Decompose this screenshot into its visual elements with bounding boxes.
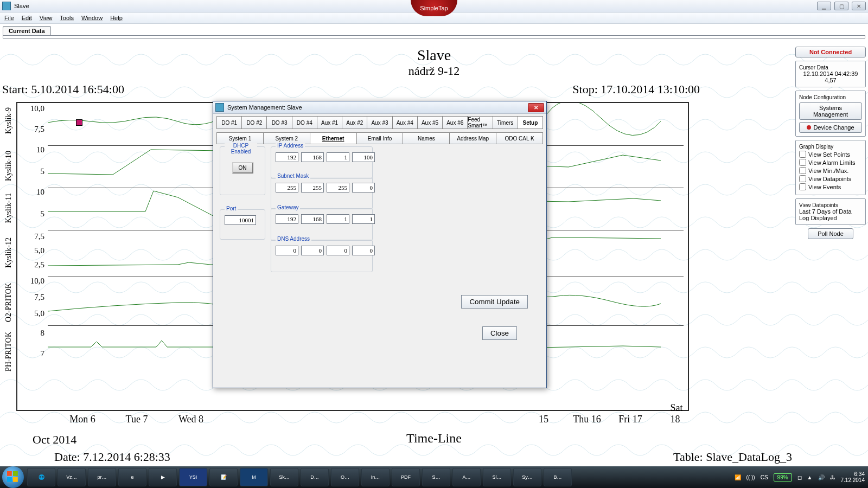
task-skype[interactable]: Sk…: [270, 468, 298, 486]
tab-emailinfo[interactable]: Email Info: [356, 132, 403, 144]
right-column: Not Connected Cursor Data 12.10.2014 04:…: [795, 47, 866, 239]
task-ysi-a[interactable]: A…: [452, 468, 481, 486]
minimize-button[interactable]: ▁: [817, 2, 831, 10]
task-pdf[interactable]: PDF: [392, 468, 420, 486]
tab-current-data[interactable]: Current Data: [3, 26, 51, 35]
svg-rect-1: [13, 471, 18, 476]
device-change-button[interactable]: Device Change: [799, 122, 862, 133]
maximize-button[interactable]: ▢: [834, 2, 848, 10]
dns-label: DNS Address: [276, 236, 311, 242]
task-d[interactable]: D…: [301, 468, 329, 486]
gw-1[interactable]: [301, 214, 324, 224]
port-input[interactable]: [225, 215, 256, 225]
cb-min-max[interactable]: View Min./Max.: [799, 167, 862, 174]
task-folder-1[interactable]: Vz…: [58, 468, 86, 486]
poll-node-button[interactable]: Poll Node: [808, 228, 853, 239]
cb-datapoints[interactable]: View Datapoints: [799, 175, 862, 182]
task-notes[interactable]: 📝: [209, 468, 238, 486]
sm-2[interactable]: [327, 183, 349, 192]
ip-0[interactable]: [276, 152, 298, 162]
menu-edit[interactable]: Edit: [22, 15, 32, 21]
tray-chevron-up-icon[interactable]: ▲: [807, 474, 813, 480]
dns-0[interactable]: [276, 246, 298, 255]
tab-feedsmart[interactable]: Feed Smart™: [467, 116, 492, 129]
task-most[interactable]: M: [240, 468, 268, 486]
tab-do3[interactable]: DO #3: [266, 116, 291, 129]
tab-aux5[interactable]: Aux #5: [417, 116, 442, 129]
cb-set-points[interactable]: View Set Points: [799, 151, 862, 158]
tab-ethernet[interactable]: Ethernet: [310, 132, 356, 144]
menu-file[interactable]: File: [4, 15, 14, 21]
menu-window[interactable]: Window: [81, 15, 103, 21]
sm-1[interactable]: [301, 183, 324, 192]
systems-management-button[interactable]: Systems Management: [799, 102, 862, 120]
tab-timers[interactable]: Timers: [493, 116, 518, 129]
gw-2[interactable]: [327, 214, 349, 224]
start-button[interactable]: [2, 466, 24, 488]
tray-net2-icon[interactable]: 🖧: [830, 474, 835, 480]
tab-aux3[interactable]: Aux #3: [367, 116, 392, 129]
ip-3[interactable]: [352, 152, 375, 162]
tray-clock[interactable]: 6:347.12.2014: [841, 471, 865, 483]
task-ysi-sl[interactable]: Sl…: [483, 468, 511, 486]
tray-action-icon[interactable]: ◻: [797, 474, 802, 480]
tab-aux6[interactable]: Aux #6: [442, 116, 467, 129]
dialog-tabs-row1: DO #1 DO #2 DO #3 DO #4 Aux #1 Aux #2 Au…: [216, 116, 543, 129]
task-in[interactable]: In…: [361, 468, 390, 486]
close-button[interactable]: ✕: [852, 2, 866, 10]
svg-rect-3: [13, 477, 18, 482]
chart-start: Start: 5.10.2014 16:54:00: [2, 82, 124, 97]
dns-2[interactable]: [327, 246, 349, 255]
tab-do4[interactable]: DO #4: [292, 116, 317, 129]
menu-tools[interactable]: Tools: [60, 15, 74, 21]
tray-speaker-icon[interactable]: 🔊: [818, 474, 825, 480]
task-wmp[interactable]: ▶: [149, 468, 177, 486]
tab-aux4[interactable]: Aux #4: [392, 116, 417, 129]
sm-3[interactable]: [352, 183, 375, 192]
tab-addressmap[interactable]: Address Map: [449, 132, 496, 144]
warning-icon: [807, 125, 811, 130]
task-paint[interactable]: B…: [544, 468, 572, 486]
cursor-data-box: Cursor Data 12.10.2014 04:42:39 4,57: [795, 61, 866, 87]
gw-3[interactable]: [352, 214, 375, 224]
tab-aux1[interactable]: Aux #1: [317, 116, 342, 129]
fs-dhcp: DHCP Enabled ON: [220, 146, 265, 195]
yaxis-2: Kyslik-11: [4, 193, 13, 223]
task-word[interactable]: S…: [422, 468, 450, 486]
dialog-title: System Management: Slave: [227, 104, 525, 111]
tray-network-icon[interactable]: 📶: [735, 474, 741, 480]
tab-setup[interactable]: Setup: [518, 116, 543, 129]
tray-wifi-icon[interactable]: (( )): [746, 474, 755, 480]
dialog-close-icon[interactable]: ✕: [528, 103, 544, 112]
dns-1[interactable]: [301, 246, 324, 255]
tray-lang[interactable]: CS: [761, 474, 768, 480]
chart-stop: Stop: 17.10.2014 13:10:00: [572, 82, 700, 97]
tab-names[interactable]: Names: [403, 132, 449, 144]
close-button-dialog[interactable]: Close: [482, 326, 517, 340]
tab-do1[interactable]: DO #1: [216, 116, 241, 129]
task-outlook[interactable]: O…: [331, 468, 359, 486]
xtick-1: Tue 7: [126, 414, 148, 425]
dhcp-toggle[interactable]: ON: [232, 162, 253, 174]
task-chrome[interactable]: 🌐: [27, 468, 55, 486]
task-ysi-sy[interactable]: Sy…: [513, 468, 541, 486]
menu-help[interactable]: Help: [110, 15, 123, 21]
cb-events[interactable]: View Events: [799, 183, 862, 190]
task-ie[interactable]: e: [118, 468, 146, 486]
dns-3[interactable]: [352, 246, 375, 255]
tab-aux2[interactable]: Aux #2: [342, 116, 367, 129]
tab-do2[interactable]: DO #2: [241, 116, 266, 129]
tray-battery[interactable]: 99%: [774, 473, 792, 481]
task-folder-2[interactable]: pr…: [88, 468, 116, 486]
ip-1[interactable]: [301, 152, 324, 162]
menu-view[interactable]: View: [40, 15, 53, 21]
task-ysi[interactable]: YSI: [179, 468, 207, 486]
cursor-data-line1: 12.10.2014 04:42:39: [799, 70, 862, 77]
sm-0[interactable]: [276, 183, 298, 192]
commit-update-button[interactable]: Commit Update: [461, 295, 528, 309]
tab-odocalk[interactable]: ODO CAL K: [496, 132, 543, 144]
ip-2[interactable]: [327, 152, 349, 162]
svg-rect-0: [7, 471, 12, 476]
gw-0[interactable]: [276, 214, 298, 224]
cb-alarm-limits[interactable]: View Alarm Limits: [799, 159, 862, 166]
